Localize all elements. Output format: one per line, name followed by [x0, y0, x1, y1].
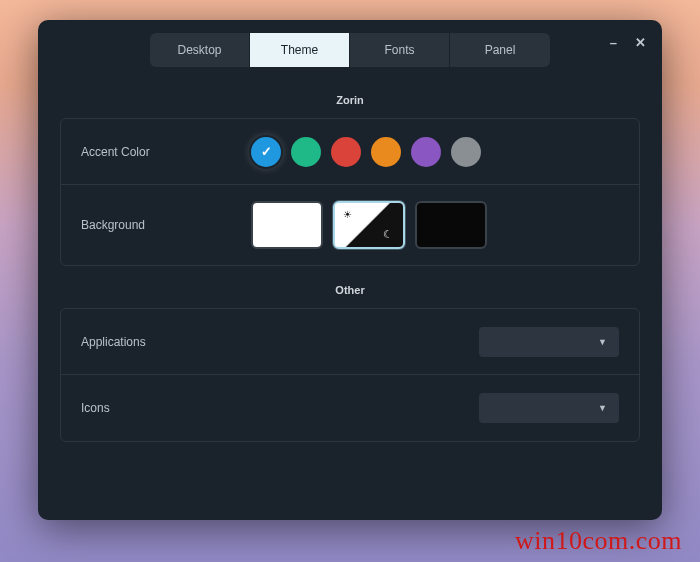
- row-background: Background ☀ ☾: [61, 185, 639, 265]
- minimize-button[interactable]: –: [610, 36, 617, 49]
- accent-color-label: Accent Color: [81, 145, 221, 159]
- chevron-down-icon: ▼: [598, 403, 607, 413]
- accent-swatch-orange[interactable]: [371, 137, 401, 167]
- watermark: win10com.com: [515, 526, 682, 556]
- titlebar: Desktop Theme Fonts Panel – ✕: [38, 20, 662, 72]
- applications-dropdown[interactable]: ▼: [479, 327, 619, 357]
- background-option-auto[interactable]: ☀ ☾: [333, 201, 405, 249]
- moon-icon: ☾: [383, 228, 393, 241]
- tab-theme[interactable]: Theme: [250, 33, 350, 67]
- appearance-window: Desktop Theme Fonts Panel – ✕ Zorin Acce…: [38, 20, 662, 520]
- applications-label: Applications: [81, 335, 221, 349]
- window-controls: – ✕: [610, 36, 646, 49]
- background-option-dark[interactable]: [415, 201, 487, 249]
- accent-swatch-blue[interactable]: [251, 137, 281, 167]
- background-option-light[interactable]: [251, 201, 323, 249]
- tab-desktop[interactable]: Desktop: [150, 33, 250, 67]
- icons-label: Icons: [81, 401, 221, 415]
- tab-bar: Desktop Theme Fonts Panel: [150, 33, 550, 67]
- row-icons: Icons ▼: [61, 375, 639, 441]
- sun-icon: ☀: [343, 209, 353, 219]
- content: Zorin Accent Color Background: [38, 72, 662, 520]
- accent-swatch-red[interactable]: [331, 137, 361, 167]
- row-accent-color: Accent Color: [61, 119, 639, 185]
- accent-swatch-green[interactable]: [291, 137, 321, 167]
- panel-zorin: Accent Color Background ☀ ☾: [60, 118, 640, 266]
- icons-dropdown[interactable]: ▼: [479, 393, 619, 423]
- row-applications: Applications ▼: [61, 309, 639, 375]
- background-options: ☀ ☾: [221, 201, 619, 249]
- accent-swatch-grey[interactable]: [451, 137, 481, 167]
- tab-fonts[interactable]: Fonts: [350, 33, 450, 67]
- accent-swatch-purple[interactable]: [411, 137, 441, 167]
- close-button[interactable]: ✕: [635, 36, 646, 49]
- accent-color-swatches: [221, 137, 619, 167]
- section-title-other: Other: [60, 284, 640, 296]
- chevron-down-icon: ▼: [598, 337, 607, 347]
- panel-other: Applications ▼ Icons ▼: [60, 308, 640, 442]
- tab-panel[interactable]: Panel: [450, 33, 550, 67]
- background-label: Background: [81, 218, 221, 232]
- section-title-zorin: Zorin: [60, 94, 640, 106]
